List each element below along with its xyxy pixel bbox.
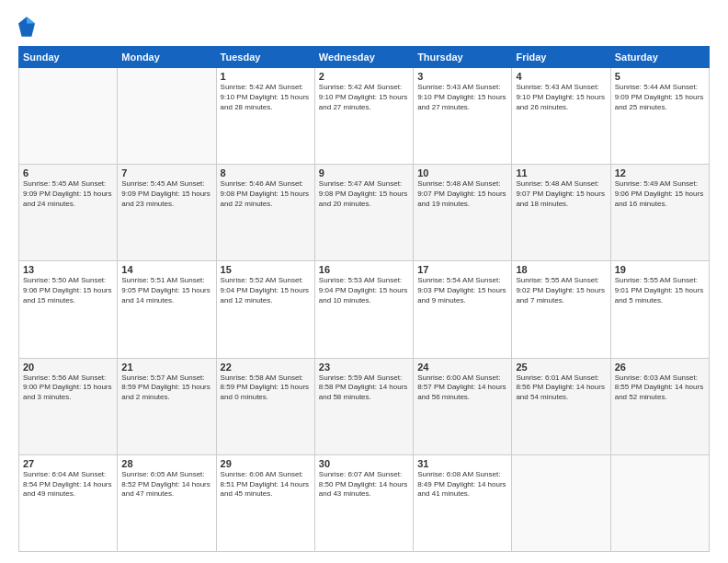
day-number: 28	[121, 458, 211, 469]
calendar-cell: 24Sunrise: 6:00 AM Sunset: 8:57 PM Dayli…	[414, 358, 512, 454]
day-info: Sunrise: 5:52 AM Sunset: 9:04 PM Dayligh…	[221, 276, 311, 305]
calendar-cell: 15Sunrise: 5:52 AM Sunset: 9:04 PM Dayli…	[216, 261, 314, 358]
day-info: Sunrise: 5:54 AM Sunset: 9:03 PM Dayligh…	[417, 276, 507, 305]
calendar-week-row: 6Sunrise: 5:45 AM Sunset: 9:09 PM Daylig…	[19, 165, 710, 261]
day-number: 26	[615, 362, 705, 373]
calendar-cell: 17Sunrise: 5:54 AM Sunset: 9:03 PM Dayli…	[414, 261, 512, 358]
day-header-monday: Monday	[118, 47, 216, 68]
day-number: 29	[221, 458, 311, 469]
day-info: Sunrise: 5:55 AM Sunset: 9:02 PM Dayligh…	[516, 276, 606, 305]
calendar-cell: 3Sunrise: 5:43 AM Sunset: 9:10 PM Daylig…	[414, 68, 512, 165]
day-info: Sunrise: 5:44 AM Sunset: 9:09 PM Dayligh…	[615, 83, 705, 112]
day-number: 30	[319, 458, 409, 469]
day-info: Sunrise: 5:48 AM Sunset: 9:07 PM Dayligh…	[417, 179, 507, 209]
day-info: Sunrise: 6:01 AM Sunset: 8:56 PM Dayligh…	[516, 373, 606, 403]
calendar-cell: 9Sunrise: 5:47 AM Sunset: 9:08 PM Daylig…	[314, 165, 413, 261]
calendar-cell: 12Sunrise: 5:49 AM Sunset: 9:06 PM Dayli…	[610, 165, 709, 261]
day-number: 9	[319, 167, 409, 178]
day-header-sunday: Sunday	[19, 47, 118, 68]
day-info: Sunrise: 5:56 AM Sunset: 9:00 PM Dayligh…	[23, 373, 113, 403]
day-number: 18	[516, 264, 606, 275]
calendar-cell	[19, 68, 118, 165]
day-info: Sunrise: 5:50 AM Sunset: 9:06 PM Dayligh…	[23, 276, 113, 305]
day-info: Sunrise: 5:59 AM Sunset: 8:58 PM Dayligh…	[319, 373, 409, 403]
calendar-header-row: SundayMondayTuesdayWednesdayThursdayFrid…	[19, 47, 710, 68]
day-number: 13	[23, 264, 113, 275]
day-header-tuesday: Tuesday	[216, 47, 314, 68]
calendar-cell	[610, 454, 709, 551]
calendar-week-row: 27Sunrise: 6:04 AM Sunset: 8:54 PM Dayli…	[19, 454, 710, 551]
day-info: Sunrise: 5:45 AM Sunset: 9:09 PM Dayligh…	[121, 179, 211, 209]
calendar-cell: 20Sunrise: 5:56 AM Sunset: 9:00 PM Dayli…	[19, 358, 118, 454]
calendar-cell: 6Sunrise: 5:45 AM Sunset: 9:09 PM Daylig…	[19, 165, 118, 261]
day-number: 12	[615, 167, 705, 178]
day-number: 10	[417, 167, 507, 178]
day-number: 2	[319, 71, 409, 82]
calendar-cell: 21Sunrise: 5:57 AM Sunset: 8:59 PM Dayli…	[118, 358, 216, 454]
day-info: Sunrise: 5:43 AM Sunset: 9:10 PM Dayligh…	[417, 83, 507, 112]
calendar-cell: 30Sunrise: 6:07 AM Sunset: 8:50 PM Dayli…	[314, 454, 413, 551]
day-info: Sunrise: 5:57 AM Sunset: 8:59 PM Dayligh…	[121, 373, 211, 403]
day-info: Sunrise: 6:04 AM Sunset: 8:54 PM Dayligh…	[23, 470, 113, 500]
day-number: 7	[121, 167, 211, 178]
day-number: 22	[221, 362, 311, 373]
day-info: Sunrise: 5:42 AM Sunset: 9:10 PM Dayligh…	[319, 83, 409, 112]
day-number: 31	[417, 458, 507, 469]
day-number: 15	[221, 264, 311, 275]
calendar-cell: 16Sunrise: 5:53 AM Sunset: 9:04 PM Dayli…	[314, 261, 413, 358]
calendar-cell	[118, 68, 216, 165]
day-number: 17	[417, 264, 507, 275]
day-number: 3	[417, 71, 507, 82]
calendar-week-row: 20Sunrise: 5:56 AM Sunset: 9:00 PM Dayli…	[19, 358, 710, 454]
calendar-cell: 28Sunrise: 6:05 AM Sunset: 8:52 PM Dayli…	[118, 454, 216, 551]
calendar-cell	[512, 454, 610, 551]
day-number: 16	[319, 264, 409, 275]
calendar-cell: 11Sunrise: 5:48 AM Sunset: 9:07 PM Dayli…	[512, 165, 610, 261]
day-info: Sunrise: 6:00 AM Sunset: 8:57 PM Dayligh…	[417, 373, 507, 403]
day-header-wednesday: Wednesday	[314, 47, 413, 68]
day-header-saturday: Saturday	[610, 47, 709, 68]
day-info: Sunrise: 5:49 AM Sunset: 9:06 PM Dayligh…	[615, 179, 705, 209]
day-number: 14	[121, 264, 211, 275]
day-number: 20	[23, 362, 113, 373]
day-info: Sunrise: 5:46 AM Sunset: 9:08 PM Dayligh…	[221, 179, 311, 209]
calendar-week-row: 1Sunrise: 5:42 AM Sunset: 9:10 PM Daylig…	[19, 68, 710, 165]
day-number: 27	[23, 458, 113, 469]
calendar-cell: 29Sunrise: 6:06 AM Sunset: 8:51 PM Dayli…	[216, 454, 314, 551]
day-info: Sunrise: 6:07 AM Sunset: 8:50 PM Dayligh…	[319, 470, 409, 500]
day-number: 23	[319, 362, 409, 373]
day-info: Sunrise: 5:42 AM Sunset: 9:10 PM Dayligh…	[221, 83, 311, 112]
day-number: 11	[516, 167, 606, 178]
day-info: Sunrise: 6:05 AM Sunset: 8:52 PM Dayligh…	[121, 470, 211, 500]
calendar-cell: 7Sunrise: 5:45 AM Sunset: 9:09 PM Daylig…	[118, 165, 216, 261]
calendar-table: SundayMondayTuesdayWednesdayThursdayFrid…	[18, 46, 710, 552]
day-info: Sunrise: 6:03 AM Sunset: 8:55 PM Dayligh…	[615, 373, 705, 403]
calendar-cell: 19Sunrise: 5:55 AM Sunset: 9:01 PM Dayli…	[610, 261, 709, 358]
logo-icon	[18, 17, 35, 37]
day-number: 4	[516, 71, 606, 82]
calendar-cell: 8Sunrise: 5:46 AM Sunset: 9:08 PM Daylig…	[216, 165, 314, 261]
calendar-cell: 1Sunrise: 5:42 AM Sunset: 9:10 PM Daylig…	[216, 68, 314, 165]
day-number: 25	[516, 362, 606, 373]
calendar-cell: 31Sunrise: 6:08 AM Sunset: 8:49 PM Dayli…	[414, 454, 512, 551]
header	[18, 17, 710, 37]
day-info: Sunrise: 6:08 AM Sunset: 8:49 PM Dayligh…	[417, 470, 507, 500]
day-number: 24	[417, 362, 507, 373]
logo	[18, 17, 39, 37]
day-info: Sunrise: 5:58 AM Sunset: 8:59 PM Dayligh…	[221, 373, 311, 403]
day-info: Sunrise: 5:47 AM Sunset: 9:08 PM Dayligh…	[319, 179, 409, 209]
calendar-cell: 22Sunrise: 5:58 AM Sunset: 8:59 PM Dayli…	[216, 358, 314, 454]
calendar-cell: 23Sunrise: 5:59 AM Sunset: 8:58 PM Dayli…	[314, 358, 413, 454]
day-number: 19	[615, 264, 705, 275]
day-info: Sunrise: 5:55 AM Sunset: 9:01 PM Dayligh…	[615, 276, 705, 305]
calendar-cell: 5Sunrise: 5:44 AM Sunset: 9:09 PM Daylig…	[610, 68, 709, 165]
day-header-thursday: Thursday	[414, 47, 512, 68]
calendar-cell: 13Sunrise: 5:50 AM Sunset: 9:06 PM Dayli…	[19, 261, 118, 358]
calendar-week-row: 13Sunrise: 5:50 AM Sunset: 9:06 PM Dayli…	[19, 261, 710, 358]
svg-marker-1	[27, 17, 35, 23]
day-info: Sunrise: 5:48 AM Sunset: 9:07 PM Dayligh…	[516, 179, 606, 209]
day-number: 6	[23, 167, 113, 178]
day-info: Sunrise: 5:53 AM Sunset: 9:04 PM Dayligh…	[319, 276, 409, 305]
page: SundayMondayTuesdayWednesdayThursdayFrid…	[0, 0, 728, 563]
calendar-cell: 27Sunrise: 6:04 AM Sunset: 8:54 PM Dayli…	[19, 454, 118, 551]
